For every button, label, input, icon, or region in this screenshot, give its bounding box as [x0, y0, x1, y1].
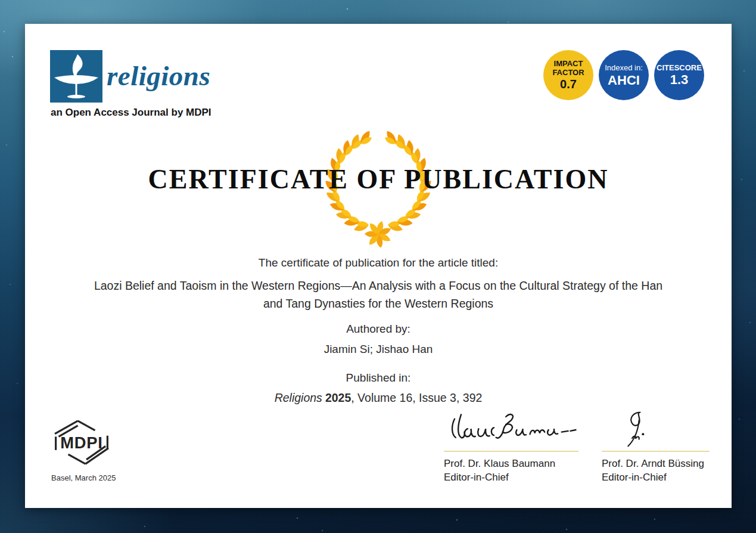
- signature-line-1: [444, 451, 578, 452]
- impact-factor-value: 0.7: [560, 77, 577, 91]
- klaus-baumann-signature: [444, 410, 583, 450]
- religions-journal-logo: [50, 50, 102, 103]
- signatory-2-name: Prof. Dr. Arndt Büssing: [602, 457, 704, 470]
- authors: Jiamin Si; Jishao Han: [25, 343, 732, 356]
- place-date: Basel, March 2025: [51, 473, 116, 482]
- publication-reference: Religions2025, Volume 16, Issue 3, 392: [25, 391, 732, 405]
- signatory-1-role: Editor-in-Chief: [444, 470, 555, 484]
- signatory-2: Prof. Dr. Arndt Büssing Editor-in-Chief: [602, 457, 704, 484]
- authored-by-label: Authored by:: [25, 323, 732, 336]
- publication-journal: Religions: [275, 391, 322, 404]
- publication-year: 2025: [325, 391, 351, 404]
- indexed-in-badge: Indexed in: AHCI: [599, 50, 649, 100]
- impact-factor-label-1: IMPACT: [554, 59, 583, 68]
- publication-details: , Volume 16, Issue 3, 392: [351, 391, 482, 404]
- flaming-chalice-icon: [50, 50, 102, 103]
- certificate-heading: CERTIFICATE OF PUBLICATION: [25, 163, 732, 195]
- impact-factor-label-2: FACTOR: [552, 68, 584, 77]
- impact-factor-badge: IMPACT FACTOR 0.7: [543, 50, 593, 100]
- journal-name: religions: [107, 60, 210, 92]
- signature-line-2: [602, 451, 710, 452]
- indexed-in-label: Indexed in:: [605, 63, 643, 73]
- journal-tagline: an Open Access Journal by MDPI: [51, 107, 211, 119]
- signatory-2-role: Editor-in-Chief: [602, 470, 704, 484]
- space-background: religions an Open Access Journal by MDPI…: [0, 0, 756, 533]
- stars-decoration: [0, 0, 1, 1]
- signatory-1: Prof. Dr. Klaus Baumann Editor-in-Chief: [444, 457, 555, 484]
- journal-badges: IMPACT FACTOR 0.7 Indexed in: AHCI CITES…: [543, 50, 704, 100]
- citescore-label: CITESCORE: [657, 63, 702, 72]
- article-title: Laozi Belief and Taoism in the Western R…: [92, 277, 664, 312]
- certificate-intro: The certificate of publication for the a…: [25, 256, 732, 269]
- signatory-1-name: Prof. Dr. Klaus Baumann: [444, 457, 555, 470]
- citescore-badge: CITESCORE 1.3: [654, 50, 704, 100]
- arndt-buessing-signature: [617, 408, 654, 450]
- mdpi-logo-text: MDPI: [60, 433, 102, 452]
- citescore-value: 1.3: [670, 72, 689, 88]
- indexed-in-value: AHCI: [608, 73, 640, 88]
- certificate-card: religions an Open Access Journal by MDPI…: [25, 24, 732, 508]
- published-in-label: Published in:: [25, 371, 732, 385]
- mdpi-logo: MDPI: [50, 417, 113, 467]
